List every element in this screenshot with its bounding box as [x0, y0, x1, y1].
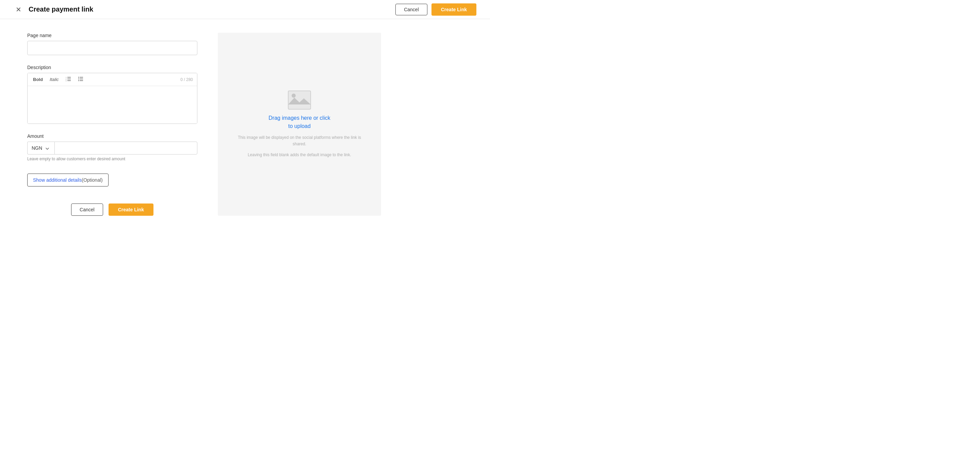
page-name-group: Page name — [27, 33, 197, 55]
amount-label: Amount — [27, 133, 197, 139]
header-right: Cancel Create Link — [395, 3, 476, 16]
upload-subtext-2: Leaving this field blank adds the defaul… — [248, 152, 351, 158]
image-upload-icon — [288, 90, 311, 110]
additional-details-link-text: Show additional details — [33, 177, 82, 183]
ordered-list-button[interactable]: 1 2 3 — [64, 76, 73, 83]
toolbar-left: Bold Italic 1 2 3 — [32, 76, 85, 83]
show-additional-details-button[interactable]: Show additional details (Optional) — [27, 173, 108, 186]
bottom-cancel-button[interactable]: Cancel — [71, 203, 103, 216]
page-name-label: Page name — [27, 33, 197, 38]
svg-point-6 — [78, 77, 79, 78]
image-upload-panel[interactable]: Drag images here or clickto upload This … — [218, 33, 381, 216]
currency-select[interactable]: NGN — [27, 141, 54, 154]
currency-label: NGN — [32, 145, 42, 151]
italic-button[interactable]: Italic — [48, 76, 60, 83]
page-title: Create payment link — [29, 5, 93, 13]
header-cancel-button[interactable]: Cancel — [395, 4, 427, 15]
page-name-input[interactable] — [27, 41, 197, 55]
upload-subtext-1: This image will be displayed on the soci… — [231, 134, 368, 147]
bullet-list-icon — [78, 77, 83, 83]
svg-point-14 — [292, 94, 296, 98]
amount-hint: Leave empty to allow customers enter des… — [27, 157, 197, 161]
bold-button[interactable]: Bold — [32, 76, 44, 83]
char-count: 0 / 280 — [180, 77, 193, 82]
header-create-link-button[interactable]: Create Link — [431, 3, 476, 16]
svg-text:3: 3 — [66, 80, 67, 82]
svg-point-10 — [78, 80, 79, 81]
form-section: Page name Description Bold Italic — [27, 33, 197, 216]
amount-group: Amount NGN 0.00 Leave empty to allow cus… — [27, 133, 197, 161]
additional-details-optional-text: (Optional) — [82, 177, 102, 183]
svg-rect-12 — [288, 91, 311, 109]
additional-details-wrapper: Show additional details (Optional) — [27, 171, 197, 186]
chevron-down-icon — [46, 145, 49, 151]
ordered-list-icon: 1 2 3 — [66, 76, 71, 81]
description-group: Description Bold Italic — [27, 65, 197, 124]
bullet-list-button[interactable] — [76, 76, 85, 83]
main-content: Page name Description Bold Italic — [0, 19, 490, 229]
description-editor: Bold Italic 1 2 3 — [27, 73, 197, 124]
amount-input[interactable]: 0.00 — [54, 141, 197, 154]
bottom-create-link-button[interactable]: Create Link — [108, 203, 153, 216]
header-left: ✕ Create payment link — [14, 5, 93, 14]
close-button[interactable]: ✕ — [14, 5, 23, 14]
description-input[interactable] — [27, 86, 197, 124]
amount-row: NGN 0.00 — [27, 141, 197, 154]
upload-drag-text: Drag images here or clickto upload — [269, 114, 330, 130]
header: ✕ Create payment link Cancel Create Link — [0, 0, 490, 19]
editor-toolbar: Bold Italic 1 2 3 — [27, 73, 197, 86]
description-label: Description — [27, 65, 197, 70]
bottom-actions: Cancel Create Link — [27, 203, 197, 216]
svg-point-8 — [78, 79, 79, 79]
